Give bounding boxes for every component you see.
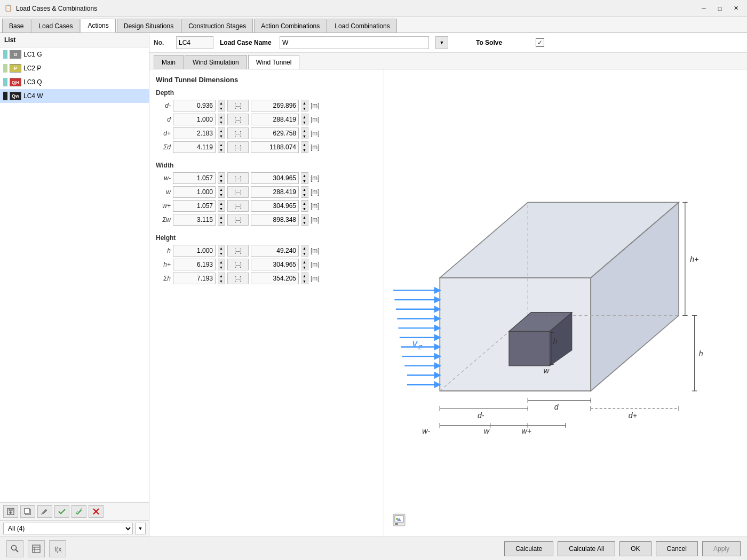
sum-d-spinner[interactable]: ▲▼ <box>218 141 225 153</box>
w-spinner[interactable]: ▲▼ <box>218 186 225 198</box>
filter-select[interactable]: All (4) Active Inactive <box>3 523 133 534</box>
w-factor-input[interactable] <box>173 186 216 198</box>
sidebar-item-lc4[interactable]: Qw LC4 W <box>0 89 149 103</box>
d-minus-value-spinner[interactable]: ▲▼ <box>301 100 308 111</box>
d-minus-factor-input[interactable] <box>173 100 216 111</box>
calculate-all-button[interactable]: Calculate All <box>558 541 615 556</box>
w-minus-factor-input[interactable] <box>173 172 216 184</box>
h-plus-factor-input[interactable] <box>173 259 216 270</box>
vz-label: V <box>412 340 418 349</box>
sum-w-value-input[interactable] <box>251 214 299 226</box>
cancel-button[interactable]: Cancel <box>656 541 698 556</box>
sum-w-factor-input[interactable] <box>173 214 216 226</box>
d-minus-value-input[interactable] <box>251 100 299 111</box>
tab-wind-simulation[interactable]: Wind Simulation <box>185 55 247 69</box>
w-plus-value-spinner[interactable]: ▲▼ <box>301 200 308 212</box>
bottom-bar: f(x) Calculate Calculate All OK Cancel A… <box>0 537 747 560</box>
h-value-spinner[interactable]: ▲▼ <box>301 245 308 257</box>
tab-main[interactable]: Main <box>154 55 184 69</box>
minimize-button[interactable]: ─ <box>697 3 711 14</box>
h-plus-value-input[interactable] <box>251 259 299 270</box>
d-unit: [m] <box>311 116 322 123</box>
sum-h-factor-input[interactable] <box>173 273 216 284</box>
ok-button[interactable]: OK <box>619 541 651 556</box>
lc4-color-box: Qw <box>10 92 21 100</box>
svg-text:h+: h+ <box>690 255 698 263</box>
depth-label: Depth <box>156 89 377 97</box>
d-minus-spinner[interactable]: ▲▼ <box>218 100 225 111</box>
table-button[interactable] <box>28 540 45 557</box>
d-plus-value-spinner[interactable]: ▲▼ <box>301 127 308 139</box>
viz-export-button[interactable] <box>393 514 406 528</box>
w-plus-value-input[interactable] <box>251 200 299 212</box>
sum-w-unit: [m] <box>311 216 322 223</box>
tab-actions[interactable]: Actions <box>81 19 115 33</box>
w-label: w <box>156 188 171 196</box>
sidebar-filter: All (4) Active Inactive ▼ <box>0 520 149 537</box>
d-plus-spinner[interactable]: ▲▼ <box>218 127 225 139</box>
edit-item-button[interactable] <box>37 505 52 518</box>
to-solve-checkbox[interactable]: ✓ <box>536 38 544 47</box>
tab-load-cases[interactable]: Load Cases <box>31 19 80 33</box>
filter-dropdown-button[interactable]: ▼ <box>135 523 146 534</box>
sidebar-toolbar <box>0 502 149 520</box>
lc-no-input[interactable] <box>176 36 213 49</box>
sidebar-item-lc2[interactable]: P LC2 P <box>0 61 149 75</box>
tab-load-combinations[interactable]: Load Combinations <box>328 19 396 33</box>
delete-item-button[interactable] <box>89 505 104 518</box>
svg-marker-23 <box>435 363 440 368</box>
w-plus-factor-input[interactable] <box>173 200 216 212</box>
copy-item-button[interactable] <box>20 505 35 518</box>
tab-construction-stages[interactable]: Construction Stages <box>181 19 253 33</box>
maximize-button[interactable]: □ <box>713 3 727 14</box>
sum-w-spinner[interactable]: ▲▼ <box>218 214 225 226</box>
w-value-spinner[interactable]: ▲▼ <box>301 186 308 198</box>
d-minus-label: d- <box>156 102 171 109</box>
w-minus-spinner[interactable]: ▲▼ <box>218 172 225 184</box>
check-button[interactable] <box>54 505 69 518</box>
viz-panel: V z h+ h h <box>384 69 747 537</box>
h-spinner[interactable]: ▲▼ <box>218 245 225 257</box>
table-row: Σd ▲▼ [--] ▲▼ [m] <box>156 141 377 153</box>
add-item-button[interactable] <box>3 505 18 518</box>
wind-tunnel-diagram: V z h+ h h <box>390 75 742 531</box>
d-value-spinner[interactable]: ▲▼ <box>301 114 308 125</box>
w-plus-spinner[interactable]: ▲▼ <box>218 200 225 212</box>
sidebar-item-lc3[interactable]: Q|H LC3 Q <box>0 75 149 89</box>
lc4-stripe <box>3 92 7 100</box>
d-plus-value-input[interactable] <box>251 127 299 139</box>
d-value-input[interactable] <box>251 114 299 125</box>
calculate-button[interactable]: Calculate <box>504 541 553 556</box>
h-plus-spinner[interactable]: ▲▼ <box>218 259 225 270</box>
d-spinner[interactable]: ▲▼ <box>218 114 225 125</box>
sum-w-value-spinner[interactable]: ▲▼ <box>301 214 308 226</box>
search-button[interactable] <box>6 540 23 557</box>
close-button[interactable]: ✕ <box>729 3 743 14</box>
svg-marker-25 <box>435 354 440 358</box>
apply-button[interactable]: Apply <box>702 541 741 556</box>
sum-d-value-spinner[interactable]: ▲▼ <box>301 141 308 153</box>
sum-h-spinner[interactable]: ▲▼ <box>218 273 225 284</box>
svg-marker-35 <box>435 307 440 311</box>
sum-d-factor-input[interactable] <box>173 141 216 153</box>
tab-action-combinations[interactable]: Action Combinations <box>254 19 327 33</box>
sum-h-value-input[interactable] <box>251 273 299 284</box>
sidebar-item-lc1[interactable]: G LC1 G <box>0 47 149 61</box>
w-minus-value-spinner[interactable]: ▲▼ <box>301 172 308 184</box>
d-factor-input[interactable] <box>173 114 216 125</box>
lc-name-dropdown-button[interactable]: ▼ <box>435 36 448 49</box>
sum-h-value-spinner[interactable]: ▲▼ <box>301 273 308 284</box>
w-minus-value-input[interactable] <box>251 172 299 184</box>
sum-d-value-input[interactable] <box>251 141 299 153</box>
tab-base[interactable]: Base <box>2 19 30 33</box>
w-value-input[interactable] <box>251 186 299 198</box>
lc-name-input[interactable] <box>280 36 429 49</box>
formula-button[interactable]: f(x) <box>49 540 66 557</box>
h-factor-input[interactable] <box>173 245 216 257</box>
tab-wind-tunnel[interactable]: Wind Tunnel <box>248 55 300 69</box>
h-value-input[interactable] <box>251 245 299 257</box>
tab-design-situations[interactable]: Design Situations <box>117 19 180 33</box>
d-plus-factor-input[interactable] <box>173 127 216 139</box>
h-plus-value-spinner[interactable]: ▲▼ <box>301 259 308 270</box>
multi-check-button[interactable] <box>71 505 86 518</box>
